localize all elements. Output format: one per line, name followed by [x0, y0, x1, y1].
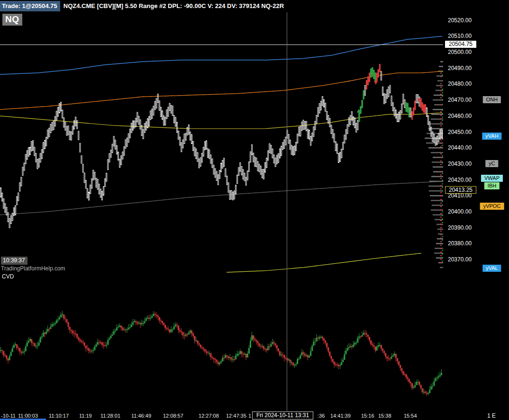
symbol-info-label: NQZ4.CME [CBV][M] 5.50 Range #2 DPL: -90…	[64, 2, 284, 9]
price-tick-label: 20490.00	[448, 65, 472, 71]
price-tick-label: 20470.00	[448, 97, 472, 103]
time-tick-label: 12:08:57	[163, 413, 183, 419]
level-chip-ibh: IBH	[484, 182, 500, 189]
chart-canvas[interactable]	[0, 0, 443, 411]
price-tick-label: 20440.00	[448, 144, 472, 151]
time-tick-label: 15:16	[361, 413, 374, 419]
symbol-short-label: NQ	[2, 14, 22, 26]
level-chip-yvah: yVAH	[482, 133, 501, 140]
price-tick-label: 20400.00	[448, 208, 472, 215]
level-chip-vwap: VWAP	[481, 175, 503, 182]
price-tick-label: 20390.00	[448, 224, 472, 231]
price-tick-label: 20520.00	[448, 17, 472, 24]
price-tick-label: 20450.00	[448, 129, 472, 135]
level-chip-yc: yC	[485, 160, 498, 167]
price-tick-label: 20480.00	[448, 80, 472, 87]
time-tick-label: :36	[318, 413, 325, 419]
study-price-box: 20413.25	[445, 186, 476, 194]
level-chip-yvpoc: yVPOC	[480, 203, 504, 210]
level-chip-yval: yVAL	[482, 265, 501, 272]
price-tick-label: 20510.00	[448, 33, 472, 39]
price-tick-label: 20380.00	[448, 240, 472, 247]
time-tick-label: 15:54	[404, 413, 417, 419]
time-tick-label: 14:41:39	[330, 413, 351, 419]
clock-readout: 10:39:37	[1, 257, 27, 265]
chart-header: Trade: 1@20504.75 NQZ4.CME [CBV][M] 5.50…	[0, 0, 509, 12]
time-tick-label: 12:47:35	[226, 413, 246, 419]
time-tick-label: 12:27:08	[199, 413, 219, 419]
time-tick-label: 11:19	[79, 413, 92, 419]
last-price-box: 20504.75	[445, 41, 476, 48]
trading-chart-window: Trade: 1@20504.75 NQZ4.CME [CBV][M] 5.50…	[0, 0, 509, 420]
time-axis[interactable]: Fri 2024-10-11 13:31 -10-1111:00:0311:10…	[0, 411, 443, 420]
price-tick-label: 20430.00	[448, 161, 472, 167]
price-tick-label: 20420.00	[448, 177, 472, 183]
time-tick-label: 11:46:49	[131, 413, 151, 419]
bottom-right-label: 1 E	[487, 412, 496, 419]
price-tick-label: 20500.00	[448, 49, 472, 55]
time-tick-label: 11:10:17	[49, 413, 69, 419]
price-axis[interactable]: Price Levels 20504.75 20413.25 20520.002…	[443, 0, 509, 420]
time-tick-label: 11:00:03	[18, 413, 38, 419]
time-tick-label: 15:38	[378, 413, 391, 419]
crosshair-time-box: Fri 2024-10-11 13:31	[252, 411, 313, 420]
time-tick-label: 11:28:01	[100, 413, 120, 419]
cvd-study-label: CVD	[2, 273, 14, 280]
price-tick-label: 20460.00	[448, 113, 472, 119]
time-tick-label: -10-11	[1, 413, 16, 419]
level-chip-onh: ONH	[483, 96, 501, 103]
watermark-text: TradingPlatformHelp.com	[1, 265, 65, 272]
time-tick-label: 1	[248, 413, 251, 419]
price-tick-label: 20370.00	[448, 256, 472, 263]
trade-position-label[interactable]: Trade: 1@20504.75	[0, 1, 60, 11]
